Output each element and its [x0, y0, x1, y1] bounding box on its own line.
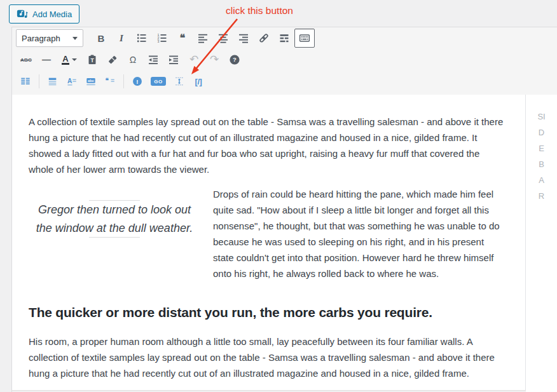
align-right-icon: [238, 32, 249, 44]
link-button[interactable]: [254, 29, 274, 47]
strikethrough-button[interactable]: ABC: [16, 51, 36, 69]
pull-quote-button[interactable]: ❝: [100, 72, 120, 90]
bullet-list-button[interactable]: [132, 29, 152, 47]
add-media-button[interactable]: Add Media: [9, 4, 79, 24]
redo-button[interactable]: ↷: [204, 51, 224, 69]
keyboard-icon: [299, 32, 310, 44]
right-column: Drops of rain could be heard hitting the…: [213, 186, 506, 281]
paragraph: Drops of rain could be heard hitting the…: [213, 186, 506, 281]
pull-quote-icon: ❝: [105, 76, 115, 87]
outdent-button[interactable]: [143, 51, 163, 69]
editable-content-area[interactable]: A collection of textile samples lay spre…: [12, 95, 525, 392]
indent-button[interactable]: [163, 51, 184, 69]
pullquote-block: Gregor then turned to look out the windo…: [29, 200, 200, 281]
align-left-button[interactable]: [193, 29, 213, 47]
add-media-label: Add Media: [32, 10, 72, 19]
svg-text:T: T: [90, 57, 94, 64]
intro-paragraph-button[interactable]: [43, 72, 62, 90]
editor-body: A collection of textile samples lay spre…: [12, 95, 557, 392]
classic-editor: Paragraph B I 123 ❝: [11, 27, 557, 392]
content-heading: The quicker or more distant you run, the…: [29, 304, 506, 321]
svg-text:3: 3: [158, 39, 160, 43]
text-color-icon: A: [62, 55, 69, 65]
toolbar-row-2: ABC — A T Ω ↶ ↷ ?: [16, 49, 557, 71]
notice-exclamation-icon: !: [132, 76, 142, 87]
intro-paragraph-icon: [48, 76, 58, 87]
two-column-section: Gregor then turned to look out the windo…: [29, 186, 506, 281]
toolbar-row-3: A abc ❝ ! GO [/]: [16, 71, 557, 92]
shortcode-button[interactable]: [/]: [189, 72, 208, 90]
toolbar-separator: [39, 74, 39, 88]
indent-icon: [168, 54, 179, 65]
svg-text:A: A: [67, 78, 72, 84]
more-tag-button[interactable]: [274, 29, 294, 47]
format-select[interactable]: Paragraph: [16, 29, 83, 47]
editor-toolbar: Paragraph B I 123 ❝: [12, 27, 557, 95]
blockquote-button[interactable]: ❝: [172, 29, 193, 47]
clipboard-text-icon: T: [86, 54, 98, 65]
align-left-icon: [197, 32, 209, 44]
toolbar-separator: [123, 74, 124, 88]
undo-button[interactable]: ↶: [184, 51, 204, 69]
help-icon: ?: [229, 54, 240, 65]
link-icon: [258, 32, 270, 44]
horizontal-rule-button[interactable]: —: [36, 51, 57, 69]
bold-button[interactable]: B: [91, 29, 111, 47]
align-center-icon: [217, 32, 229, 44]
svg-text:?: ?: [233, 56, 237, 63]
svg-text:❝: ❝: [105, 77, 108, 84]
help-button[interactable]: ?: [224, 51, 245, 69]
chevron-down-icon: [72, 37, 78, 40]
paragraph: His room, a proper human room although a…: [29, 334, 506, 381]
svg-text:!: !: [136, 78, 138, 85]
media-icon: [17, 8, 28, 20]
svg-text:abc: abc: [88, 79, 95, 83]
go-button[interactable]: GO: [147, 72, 170, 90]
highlight-button[interactable]: abc: [81, 72, 100, 90]
go-badge: GO: [151, 77, 165, 86]
shortcode-icon: [/]: [195, 77, 202, 86]
sidebar-label: SIDEBAR: [537, 109, 546, 204]
pullquote-bottom-rule: [89, 237, 140, 238]
align-right-button[interactable]: [233, 29, 254, 47]
text-color-button[interactable]: A: [57, 51, 82, 69]
eraser-icon: [107, 54, 118, 65]
vertical-spacer-icon: [174, 76, 184, 87]
outdent-icon: [148, 54, 159, 65]
columns-icon: [20, 76, 31, 87]
numbered-list-button[interactable]: 123: [152, 29, 172, 47]
toolbar-row-1: Paragraph B I 123 ❝: [16, 27, 557, 49]
toolbar-toggle-button[interactable]: [294, 29, 315, 48]
columns-button[interactable]: [16, 72, 35, 90]
pullquote-text: Gregor then turned to look out the windo…: [29, 201, 200, 237]
paragraph: A collection of textile samples lay spre…: [29, 114, 506, 177]
highlight-abc-icon: abc: [86, 76, 96, 87]
bullet-list-icon: [136, 32, 148, 44]
drop-cap-icon: A: [67, 76, 77, 87]
drop-cap-button[interactable]: A: [62, 72, 81, 90]
clear-formatting-button[interactable]: [102, 51, 123, 69]
italic-button[interactable]: I: [111, 29, 132, 47]
chevron-down-icon: [72, 58, 77, 61]
special-character-button[interactable]: Ω: [123, 51, 143, 69]
spacer-button[interactable]: [170, 72, 189, 90]
paste-as-text-button[interactable]: T: [82, 51, 102, 69]
annotation-text: click this button: [226, 5, 293, 17]
numbered-list-icon: 123: [156, 32, 168, 44]
align-center-button[interactable]: [213, 29, 233, 47]
sidebar-placeholder: SIDEBAR: [525, 95, 557, 392]
format-select-value: Paragraph: [22, 34, 60, 43]
more-tag-icon: [278, 32, 290, 44]
notice-button[interactable]: !: [128, 72, 147, 90]
